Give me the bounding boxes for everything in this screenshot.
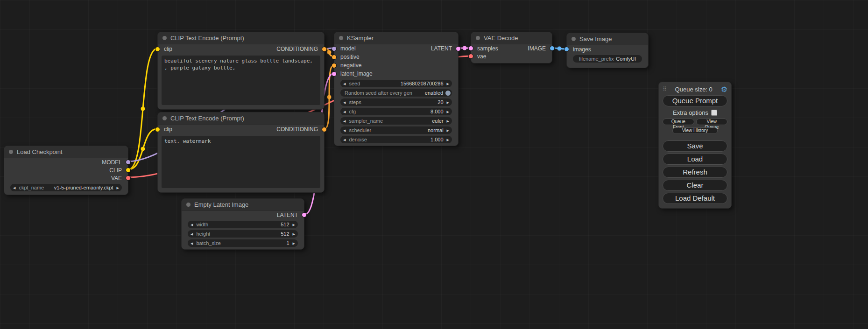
increment-arrow-icon[interactable]: ▶ xyxy=(447,101,449,104)
prompt-textarea[interactable]: text, watermark xyxy=(162,136,320,188)
settings-gear-icon[interactable]: ⚙ xyxy=(721,85,727,94)
increment-arrow-icon[interactable]: ▶ xyxy=(447,82,449,85)
collapse-toggle-icon[interactable] xyxy=(162,116,167,120)
queue-prompt-button[interactable]: Queue Prompt xyxy=(663,95,727,106)
increment-arrow-icon[interactable]: ▶ xyxy=(447,110,449,113)
height-widget[interactable]: ◀ height 512 ▶ xyxy=(188,230,298,238)
decrement-arrow-icon[interactable]: ◀ xyxy=(343,119,346,123)
decrement-arrow-icon[interactable]: ◀ xyxy=(343,82,346,85)
node-clip-text-encode-positive[interactable]: CLIP Text Encode (Prompt) clip CONDITION… xyxy=(157,32,325,110)
node-header[interactable]: Empty Latent Image xyxy=(182,199,304,211)
node-header[interactable]: CLIP Text Encode (Prompt) xyxy=(158,32,324,44)
queue-menu-panel: ⠿ Queue size: 0 ⚙ Queue Prompt Extra opt… xyxy=(658,82,732,209)
drag-handle-icon[interactable]: ⠿ xyxy=(663,86,667,92)
widget-value: ComfyUI xyxy=(616,56,636,62)
clip-input-port[interactable] xyxy=(155,127,160,132)
width-widget[interactable]: ◀ width 512 ▶ xyxy=(188,221,298,228)
negative-input-port[interactable] xyxy=(332,63,336,68)
increment-arrow-icon[interactable]: ▶ xyxy=(293,232,295,236)
decrement-arrow-icon[interactable]: ◀ xyxy=(191,242,193,245)
sampler-name-widget[interactable]: ◀ sampler_name euler ▶ xyxy=(340,117,452,125)
steps-widget[interactable]: ◀ steps 20 ▶ xyxy=(340,98,452,106)
latent-output-port[interactable] xyxy=(456,47,460,51)
increment-arrow-icon[interactable]: ▶ xyxy=(117,186,119,189)
increment-arrow-icon[interactable]: ▶ xyxy=(293,242,295,245)
collapse-toggle-icon[interactable] xyxy=(9,150,13,154)
wire-midpoint-dot xyxy=(141,147,145,151)
node-save-image[interactable]: Save Image images filename_prefix ComfyU… xyxy=(566,33,649,68)
prompt-textarea[interactable]: beautiful scenery nature glass bottle la… xyxy=(162,56,320,105)
vae-input-port[interactable] xyxy=(469,54,473,58)
widget-value: enabled xyxy=(425,90,443,96)
cfg-widget[interactable]: ◀ cfg 8.000 ▶ xyxy=(340,108,452,115)
collapse-toggle-icon[interactable] xyxy=(339,36,343,40)
node-header[interactable]: CLIP Text Encode (Prompt) xyxy=(158,112,324,125)
node-header[interactable]: Load Checkpoint xyxy=(4,146,128,158)
ckpt-name-widget[interactable]: ◀ ckpt_name v1-5-pruned-emaonly.ckpt ▶ xyxy=(10,184,122,191)
conditioning-output-port[interactable] xyxy=(322,47,326,51)
clip-output-port[interactable] xyxy=(126,168,130,172)
node-title: Load Checkpoint xyxy=(17,148,63,155)
clip-input-port[interactable] xyxy=(155,47,160,51)
widget-label: cfg xyxy=(349,109,356,114)
collapse-toggle-icon[interactable] xyxy=(186,203,191,207)
collapse-toggle-icon[interactable] xyxy=(162,36,167,40)
latent-image-input-port[interactable] xyxy=(332,72,336,76)
increment-arrow-icon[interactable]: ▶ xyxy=(447,138,449,141)
denoise-widget[interactable]: ◀ denoise 1.000 ▶ xyxy=(340,136,452,143)
increment-arrow-icon[interactable]: ▶ xyxy=(447,129,449,132)
conditioning-output-port[interactable] xyxy=(322,127,326,132)
collapse-toggle-icon[interactable] xyxy=(572,37,576,41)
queue-size-label: Queue size: 0 xyxy=(667,86,721,93)
model-input-port[interactable] xyxy=(332,47,336,51)
widget-value: 156680208700286 xyxy=(401,81,444,86)
model-output-port[interactable] xyxy=(126,160,130,164)
collapse-toggle-icon[interactable] xyxy=(476,36,480,40)
increment-arrow-icon[interactable]: ▶ xyxy=(447,119,449,123)
random-seed-toggle-widget[interactable]: Random seed after every gen enabled xyxy=(340,89,452,97)
node-header[interactable]: VAE Decode xyxy=(471,32,552,44)
node-load-checkpoint[interactable]: Load Checkpoint MODEL CLIP VAE ◀ ckpt_na… xyxy=(4,146,128,195)
save-button[interactable]: Save xyxy=(663,140,727,152)
node-graph-canvas[interactable]: Load Checkpoint MODEL CLIP VAE ◀ ckpt_na… xyxy=(0,0,868,329)
input-slot-vae: vae xyxy=(471,52,552,60)
refresh-button[interactable]: Refresh xyxy=(663,167,727,178)
queue-front-button[interactable]: Queue Front xyxy=(663,119,694,125)
filename-prefix-widget[interactable]: filename_prefix ComfyUI xyxy=(573,55,642,63)
vae-output-port[interactable] xyxy=(126,176,130,180)
decrement-arrow-icon[interactable]: ◀ xyxy=(343,129,346,132)
decrement-arrow-icon[interactable]: ◀ xyxy=(191,232,193,236)
view-history-button[interactable]: View History xyxy=(672,127,718,134)
scheduler-widget[interactable]: ◀ scheduler normal ▶ xyxy=(340,126,452,134)
seed-widget[interactable]: ◀ seed 156680208700286 ▶ xyxy=(340,80,452,87)
image-output-port[interactable] xyxy=(550,46,554,50)
node-header[interactable]: KSampler xyxy=(334,32,458,44)
load-default-button[interactable]: Load Default xyxy=(663,193,727,204)
output-slot-vae: VAE xyxy=(4,174,128,182)
samples-input-port[interactable] xyxy=(469,46,473,50)
toggle-indicator-icon[interactable] xyxy=(445,91,451,96)
extra-options-checkbox[interactable] xyxy=(711,110,717,116)
decrement-arrow-icon[interactable]: ◀ xyxy=(191,223,193,226)
batch-size-widget[interactable]: ◀ batch_size 1 ▶ xyxy=(188,239,298,247)
widget-value: 512 xyxy=(281,231,289,237)
view-queue-button[interactable]: View Queue xyxy=(696,119,728,125)
input-slot-images: images xyxy=(567,45,648,53)
latent-output-port[interactable] xyxy=(302,213,306,217)
node-header[interactable]: Save Image xyxy=(567,33,648,45)
node-empty-latent-image[interactable]: Empty Latent Image LATENT ◀ width 512 ▶ … xyxy=(181,198,304,250)
decrement-arrow-icon[interactable]: ◀ xyxy=(343,110,346,113)
decrement-arrow-icon[interactable]: ◀ xyxy=(13,186,15,189)
node-clip-text-encode-negative[interactable]: CLIP Text Encode (Prompt) clip CONDITION… xyxy=(157,112,325,193)
increment-arrow-icon[interactable]: ▶ xyxy=(293,223,295,226)
node-vae-decode[interactable]: VAE Decode samples IMAGE vae xyxy=(471,32,552,63)
images-input-port[interactable] xyxy=(565,47,569,51)
clear-button[interactable]: Clear xyxy=(663,180,727,191)
wire-midpoint-dot xyxy=(463,46,467,50)
decrement-arrow-icon[interactable]: ◀ xyxy=(343,138,346,141)
decrement-arrow-icon[interactable]: ◀ xyxy=(343,101,346,104)
widget-value: normal xyxy=(428,127,444,133)
node-ksampler[interactable]: KSampler model LATENT positive negative … xyxy=(334,32,459,146)
positive-input-port[interactable] xyxy=(332,55,336,59)
load-button[interactable]: Load xyxy=(663,154,727,165)
